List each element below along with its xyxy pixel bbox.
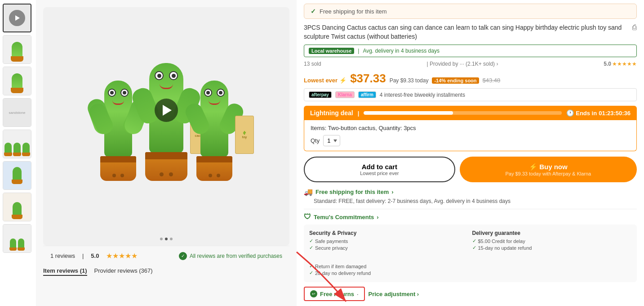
klarna-badge: Klarna [335,91,355,98]
original-price: $43.48 [483,77,501,84]
add-to-cart-button[interactable]: Add to cart Lowest price ever [304,157,455,182]
qty-select[interactable]: 1 2 3 [323,135,340,146]
thumbnail-6[interactable] [3,161,31,190]
divider-line [304,209,637,209]
thumbnail-1[interactable] [3,4,31,32]
shipping-detail: Standard: FREE, fast delivery: 2-7 busin… [304,198,637,204]
buy-now-sub: Pay $9.33 today with Afterpay & Klarna [465,171,631,176]
no-delivery-label: 20-day no delivery refund [315,270,371,276]
commitment-item-damaged: ✓ Return if item damaged [309,263,469,269]
free-returns-row: ↩ Free returns · Price adjustment › [304,287,637,301]
commitments-row[interactable]: 🛡 Temu's Commitments › [304,213,637,221]
returns-icon: ↩ [310,290,317,297]
share-icon[interactable]: ⎙ [632,23,637,32]
pay-today-text: Pay $9.33 today [390,77,429,84]
price-row: Lowest ever ⚡ $37.33 Pay $9.33 today -14… [304,72,637,86]
verified-icon: ✓ [179,252,187,260]
main-image-container: 🌵cactus [43,7,289,246]
clock-icon: 🕐 [566,109,574,117]
afterpay-badge: afterpay [309,91,332,98]
truck-icon: 🚚 [304,188,313,196]
thumbnail-7[interactable] [3,193,31,221]
rating-number: 5.0 [604,61,611,67]
commitment-safe-payments: ✓ Safe payments [309,238,469,244]
payment-methods-row: afterpay Klarna affirm 4 interest-free b… [304,88,637,101]
thumbnail-5[interactable] [3,130,31,158]
product-title: 3PCS Dancing Cactus cactus can sing can … [304,23,629,41]
delivery-title: Delivery guarantee [472,230,632,236]
right-panel: ✓ Free shipping for this item 3PCS Danci… [297,0,644,306]
credit-delay-label: $5.00 Credit for delay [478,238,525,244]
deal-progress-bar [364,111,562,115]
check-icon: ✓ [472,245,476,251]
timer-label: Ends in [576,110,597,117]
thumbnail-8[interactable] [3,224,31,253]
shield-icon: 🛡 [304,213,311,221]
check-icon: ✓ [309,263,313,269]
thumbnail-4[interactable]: sandstone [3,98,31,127]
warehouse-divider: | [358,48,359,54]
product-title-row: 3PCS Dancing Cactus cactus can sing can … [304,23,637,41]
tab-item-reviews[interactable]: Item reviews (1) [43,267,87,276]
commitments-arrow: › [377,214,378,220]
buy-now-label: ⚡ Buy now [529,163,568,171]
chevron-right-icon: › [391,189,393,195]
returns-dot: · [357,291,359,297]
deal-items-text: Items: Two-button cactus, Quantity: 3pcs [311,125,630,131]
commitment-secure-privacy: ✓ Secure privacy [309,245,469,251]
lightning-deal-label: Lightning deal [310,109,353,117]
cta-row: Add to cart Lowest price ever ⚡ Buy now … [304,157,637,182]
lowest-ever-label: Lowest ever ⚡ [304,77,346,84]
delivery-section: Delivery guarantee ✓ $5.00 Credit for de… [472,230,632,252]
item-damaged-label: Return if item damaged [315,264,366,269]
check-icon: ✓ [309,238,313,244]
verified-label: All reviews are from verified purchases [190,253,282,259]
lightning-deal-header: Lightning deal | 🕐 Ends in 01:23:50:36 [304,106,637,120]
reviews-count-label: 1 reviews [50,252,75,259]
secure-privacy-label: Secure privacy [315,245,348,251]
free-shipping-top-banner: ✓ Free shipping for this item [304,4,637,19]
safe-payments-label: Safe payments [315,238,348,244]
divider: | [82,252,84,259]
discount-badge: -14% ending soon [432,77,479,84]
commitment-no-delivery: ✓ 20-day no delivery refund [309,270,469,276]
warehouse-delivery: Avg. delivery in 4 business days [363,48,440,54]
timer-value: 01:23:50:36 [599,110,631,117]
shipping-row[interactable]: 🚚 Free shipping for this item › [304,188,637,196]
warehouse-badge: Local warehouse [309,48,354,54]
return-section: ✓ Return if item damaged ✓ 20-day no del… [309,255,469,277]
review-bar: 1 reviews | 5.0 ★★★★★ ✓ All reviews are … [43,246,289,266]
deal-timer: 🕐 Ends in 01:23:50:36 [566,109,631,117]
provided-by: | Provided by ··· (2.1K+ sold) › [427,61,498,67]
security-title: Security & Privacy [309,230,469,236]
check-icon: ✓ [309,245,313,251]
check-icon: ✓ [311,8,316,15]
qty-row: Qty 1 2 3 [311,135,630,146]
play-button[interactable] [155,99,178,122]
add-to-cart-sub: Lowest price ever [310,171,449,176]
lightning-deal-details: Items: Two-button cactus, Quantity: 3pcs… [304,120,637,151]
check-icon: ✓ [309,270,313,276]
rating-value: 5.0 [91,252,99,259]
check-icon: ✓ [472,238,476,244]
buy-now-button[interactable]: ⚡ Buy now Pay $9.33 today with Afterpay … [460,157,637,182]
tab-provider-reviews[interactable]: Provider reviews (367) [94,267,153,276]
thumbnail-2[interactable] [3,35,31,64]
free-returns-box[interactable]: ↩ Free returns · [304,287,365,301]
security-section: Security & Privacy ✓ Safe payments ✓ Sec… [309,230,469,252]
deal-progress-fill [364,111,453,115]
star-rating: ★★★★★ [106,252,138,260]
thumbnail-3[interactable] [3,67,31,95]
commitments-label: Temu's Commitments [314,214,374,220]
main-image-area: 🌵cactus [36,0,297,306]
affirm-badge: affirm [358,91,376,98]
commitment-credit-delay: ✓ $5.00 Credit for delay [472,238,632,244]
verified-badge: ✓ All reviews are from verified purchase… [179,252,282,260]
product-price: $37.33 [350,72,386,86]
price-adjustment-link[interactable]: Price adjustment › [369,291,419,297]
thumbnail-sidebar: sandstone [0,0,36,306]
cactus-middle: 🌵cactus [145,63,187,181]
return-title [309,255,469,261]
add-to-cart-label: Add to cart [362,163,397,171]
payment-text: 4 interest-free biweekly installments [380,92,465,98]
